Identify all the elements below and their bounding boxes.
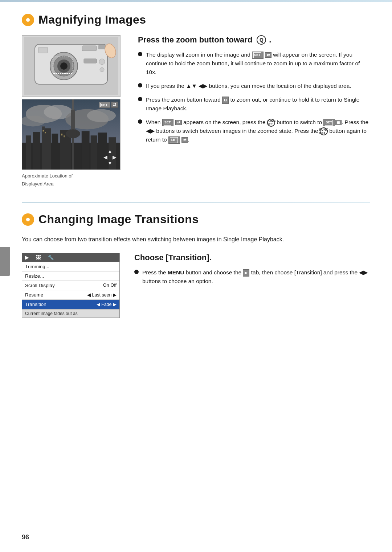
set-badge-inline: SET bbox=[252, 52, 264, 59]
svg-point-10 bbox=[100, 68, 104, 72]
section2-bullet-1-text: Press the MENU button and choose the ▶ t… bbox=[142, 268, 370, 286]
svg-rect-7 bbox=[98, 45, 106, 49]
camera-diagram-svg bbox=[24, 37, 118, 95]
svg-rect-30 bbox=[71, 110, 75, 130]
menu-row-scroll: Scroll Display On Off bbox=[22, 281, 119, 290]
menu-row-resize: Resize... bbox=[22, 271, 119, 281]
svg-rect-25 bbox=[52, 134, 58, 169]
set-badge-label: SET bbox=[99, 102, 110, 108]
menu-label-transition: Transition bbox=[25, 302, 97, 307]
section2-icon-inner bbox=[25, 217, 31, 222]
transitions-right: Choose [Transition]. Press the MENU butt… bbox=[134, 253, 370, 318]
section2-heading: Changing Image Transitions bbox=[22, 213, 370, 226]
play-tab-icon: ▶ bbox=[243, 269, 249, 277]
svg-rect-22 bbox=[33, 132, 40, 169]
section2-bullet-dot-1 bbox=[134, 270, 139, 274]
func-btn-1: FUNCSET bbox=[267, 119, 275, 127]
choose-transition-title: Choose [Transition]. bbox=[134, 253, 370, 262]
transitions-content: ▶ 🖼 🔧 Trimming... Resize... Scroll Displ… bbox=[22, 253, 370, 318]
section1-bullets: The display will zoom in on the image an… bbox=[138, 50, 370, 144]
svg-rect-32 bbox=[82, 131, 90, 169]
left-tab bbox=[0, 247, 10, 276]
section2-icon bbox=[22, 213, 34, 226]
svg-rect-33 bbox=[91, 135, 97, 169]
svg-rect-39 bbox=[64, 135, 65, 137]
section1-icon bbox=[22, 14, 34, 26]
menu-tab-settings: 🔧 bbox=[48, 255, 54, 260]
svg-rect-23 bbox=[42, 128, 51, 169]
menu-table: ▶ 🖼 🔧 Trimming... Resize... Scroll Displ… bbox=[22, 253, 120, 318]
menu-label-trimming: Trimming... bbox=[25, 264, 117, 269]
page-number: 96 bbox=[22, 533, 29, 541]
svg-rect-6 bbox=[82, 46, 97, 51]
bullet-dot-4 bbox=[138, 119, 142, 124]
set-badge-inline2: SET bbox=[162, 119, 174, 126]
svg-rect-24 bbox=[42, 126, 45, 130]
menu-caption: Current image fades out as bbox=[22, 309, 119, 318]
section1-icon-inner bbox=[25, 17, 31, 23]
scroll-off: Off bbox=[111, 283, 117, 288]
zoom-indicator: ▲ ◀▶ ▼ bbox=[103, 148, 117, 166]
menu-label-resume: Resume bbox=[25, 292, 87, 298]
menu-label-resize: Resize... bbox=[25, 273, 117, 279]
bullet-2-text: If you press the ▲▼ ◀▶ buttons, you can … bbox=[146, 82, 351, 90]
func-btn-2: FUNCSET bbox=[320, 127, 328, 135]
bullet-dot-2 bbox=[138, 83, 142, 87]
svg-point-5 bbox=[60, 62, 68, 70]
menu-label-scroll: Scroll Display bbox=[25, 283, 103, 288]
bullet-dot-3 bbox=[138, 97, 142, 101]
set-badge-inline4: SET bbox=[168, 136, 180, 144]
menu-value-resume: ◀ Last seen ▶ bbox=[87, 292, 117, 298]
svg-rect-38 bbox=[61, 134, 62, 135]
zoom-out-icon: ⊟ bbox=[222, 97, 229, 104]
svg-rect-37 bbox=[45, 132, 46, 133]
bullet-1: The display will zoom in on the image an… bbox=[138, 50, 370, 77]
section1-right-content: Press the zoom button toward Q . The dis… bbox=[138, 35, 370, 187]
section2-bullet-1: Press the MENU button and choose the ▶ t… bbox=[134, 268, 370, 286]
bullet-dot-1 bbox=[138, 52, 142, 56]
left-images: SET ⇄ bbox=[22, 35, 123, 187]
svg-rect-31 bbox=[72, 99, 74, 110]
zoomed-image: SET ⇄ bbox=[22, 99, 121, 170]
press-zoom-period: . bbox=[269, 35, 271, 45]
caption-line1: Approximate Location of bbox=[22, 173, 123, 179]
bullet-4: When SET ⇄ appears on the screen, press … bbox=[138, 118, 370, 144]
bullet-3: Press the zoom button toward ⊟ to zoom o… bbox=[138, 95, 370, 113]
press-zoom-title: Press the zoom button toward Q . bbox=[138, 35, 370, 45]
menu-value-transition: ◀ Fade ▶ bbox=[97, 302, 117, 307]
bullet-3-text: Press the zoom button toward ⊟ to zoom o… bbox=[146, 95, 370, 113]
svg-point-9 bbox=[99, 59, 105, 65]
svg-rect-11 bbox=[84, 59, 97, 63]
set-badge-inline3: SET bbox=[323, 119, 335, 126]
section1-title: Magnifying Images bbox=[38, 13, 146, 26]
menu-tab-play: ▶ bbox=[25, 255, 29, 260]
menu-screenshot: ▶ 🖼 🔧 Trimming... Resize... Scroll Displ… bbox=[22, 253, 120, 318]
svg-rect-29 bbox=[69, 129, 77, 138]
svg-rect-36 bbox=[43, 130, 44, 131]
transitions-intro: You can choose from two transition effec… bbox=[22, 235, 370, 244]
section2-title: Changing Image Transitions bbox=[38, 213, 199, 226]
camera-image bbox=[22, 35, 121, 97]
menu-header-row: ▶ 🖼 🔧 bbox=[22, 253, 119, 262]
menu-value-scroll: On Off bbox=[103, 283, 117, 288]
caption-line2: Displayed Area bbox=[22, 181, 123, 187]
svg-rect-21 bbox=[26, 135, 31, 169]
menu-row-transition: Transition ◀ Fade ▶ bbox=[22, 300, 119, 309]
magnifying-section: SET ⇄ bbox=[22, 35, 370, 187]
zoom-q-icon: Q bbox=[257, 35, 266, 45]
bullet-4-text: When SET ⇄ appears on the screen, press … bbox=[146, 118, 370, 144]
section-divider bbox=[22, 202, 370, 203]
press-zoom-text: Press the zoom button toward bbox=[138, 35, 252, 45]
bullet-1-text: The display will zoom in on the image an… bbox=[146, 50, 370, 77]
scroll-on: On bbox=[103, 283, 109, 288]
menu-row-trimming: Trimming... bbox=[22, 262, 119, 271]
svg-point-18 bbox=[87, 109, 116, 122]
bullet-2: If you press the ▲▼ ◀▶ buttons, you can … bbox=[138, 82, 370, 90]
section2-bullets: Press the MENU button and choose the ▶ t… bbox=[134, 268, 370, 286]
svg-rect-8 bbox=[38, 47, 48, 53]
transfer-icon-badge: ⇄ bbox=[111, 102, 118, 108]
set-badge: SET ⇄ bbox=[99, 102, 118, 108]
menu-tab-print: 🖼 bbox=[36, 255, 41, 260]
section1-heading: Magnifying Images bbox=[22, 13, 370, 26]
location-caption: Approximate Location of Displayed Area bbox=[22, 173, 123, 187]
